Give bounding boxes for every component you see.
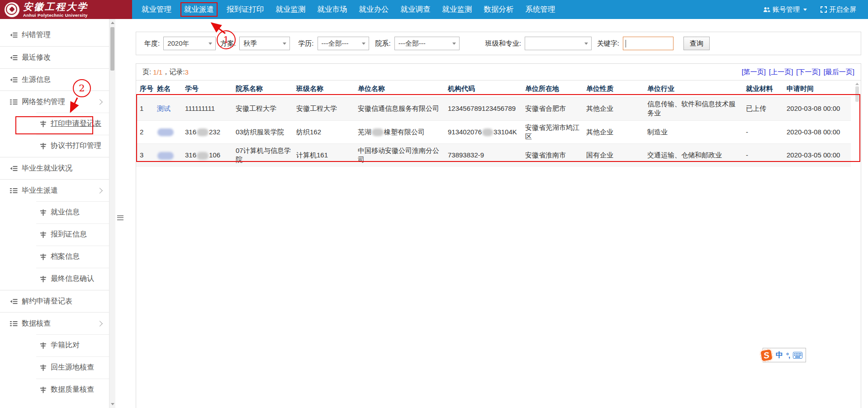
nav-item-4[interactable]: 就业市场: [312, 0, 353, 19]
filter-group-2: 学历:---全部---: [298, 37, 369, 50]
sidebar-item-label: 毕业生就业状况: [22, 164, 72, 173]
list-icon: [10, 55, 18, 61]
pagination-link-3[interactable]: [最后一页]: [824, 68, 854, 76]
sidebar-item-label: 回生源地核查: [51, 363, 94, 372]
student-name-link[interactable]: 测试: [157, 104, 171, 112]
nav-item-5[interactable]: 就业办公: [353, 0, 395, 19]
sidebar-item-label: 报到证信息: [51, 230, 87, 239]
sidebar-item-5[interactable]: 协议书打印管理: [0, 135, 109, 157]
account-menu[interactable]: 账号管理: [763, 5, 807, 14]
table-cell: 安徽工程大学: [293, 97, 354, 121]
nav-item-label: 就业派遣: [180, 2, 218, 17]
pagination-link-0[interactable]: [第一页]: [742, 68, 766, 76]
column-header: 单位所在地: [522, 81, 583, 97]
chevron-down-icon: [209, 43, 212, 45]
table-cell: 安徽省芜湖市鸠江区: [522, 120, 583, 144]
nav-item-2[interactable]: 报到证打印: [221, 0, 270, 19]
university-name-cn: 安徽工程大学: [23, 2, 88, 11]
chevron-right-icon: [97, 188, 103, 194]
table-cell: -: [742, 144, 783, 167]
pagination-links: [第一页][上一页][下一页][最后一页]: [742, 68, 854, 76]
pagination-link-1[interactable]: [上一页]: [769, 68, 793, 76]
sidebar-item-13[interactable]: 数据核查: [0, 312, 109, 334]
fullscreen-button[interactable]: 开启全屏: [821, 5, 856, 14]
chevron-down-icon: [452, 43, 456, 45]
filter-select-4[interactable]: [525, 37, 592, 50]
sidebar-item-12[interactable]: 解约申请登记表: [0, 290, 109, 312]
filter-label: 年度:: [144, 39, 160, 48]
keyboard-icon[interactable]: [793, 352, 802, 359]
filter-select-3[interactable]: ---全部---: [394, 37, 460, 50]
scroll-up-icon[interactable]: [111, 22, 114, 24]
sidebar-item-9[interactable]: 报到证信息: [0, 223, 109, 246]
pagination-link-2[interactable]: [下一页]: [796, 68, 820, 76]
sidebar-item-0[interactable]: 纠错管理: [0, 24, 109, 46]
main-nav: 就业管理就业派遣报到证打印就业监测就业市场就业办公就业调查就业监测数据分析系统管…: [136, 0, 561, 19]
redacted-text: [197, 128, 209, 136]
sidebar-item-4[interactable]: 打印申请登记表: [0, 113, 109, 135]
nav-item-0[interactable]: 就业管理: [136, 0, 177, 19]
sidebar-item-8[interactable]: 就业信息: [0, 201, 109, 223]
sidebar-item-1[interactable]: 最近修改: [0, 46, 109, 68]
sidebar-item-15[interactable]: 回生源地核查: [0, 356, 109, 379]
sidebar-item-14[interactable]: 学籍比对: [0, 334, 109, 356]
table-cell: 2020-03-08 00:00: [783, 120, 851, 144]
table-cell: 国有企业: [583, 144, 644, 167]
sidebar-item-7[interactable]: 毕业生派遣: [0, 179, 109, 201]
sidebar-item-3[interactable]: 网络签约管理: [0, 90, 109, 113]
filter-panel: 年度:2020年方案:秋季学历:---全部---院系:---全部---班级和专业…: [136, 32, 861, 55]
sidebar-item-label: 最近修改: [22, 53, 51, 62]
search-button[interactable]: 查询: [683, 37, 710, 50]
results-panel: 页: 1/1，记录:3 [第一页][上一页][下一页][最后一页] 序号姓名学号…: [136, 63, 861, 408]
scroll-up-icon[interactable]: [855, 83, 859, 85]
chevron-right-icon: [97, 99, 103, 105]
scroll-down-icon[interactable]: [111, 403, 114, 405]
keyword-input[interactable]: [623, 37, 674, 50]
sidebar-item-10[interactable]: 档案信息: [0, 246, 109, 268]
university-name-en: Anhui Polytechnic University: [23, 13, 88, 18]
results-table: 序号姓名学号院系名称班级名称单位名称机构代码单位所在地单位性质单位行业就业材料申…: [136, 81, 851, 167]
sidebar-item-6[interactable]: 毕业生就业状况: [0, 157, 109, 179]
table-scrollbar[interactable]: [854, 82, 860, 114]
nav-item-8[interactable]: 数据分析: [478, 0, 520, 19]
ime-language-toggle[interactable]: 中: [776, 351, 783, 360]
nav-item-label: 就业市场: [318, 5, 347, 14]
table-cell: 制造业: [644, 120, 742, 144]
scrollbar-thumb[interactable]: [110, 27, 114, 71]
nav-item-3[interactable]: 就业监测: [270, 0, 312, 19]
signpost-icon: [40, 254, 47, 260]
sogou-logo-icon[interactable]: S: [759, 348, 773, 362]
select-value: ---全部---: [398, 39, 426, 48]
ime-toolbar[interactable]: S 中 °,: [763, 348, 806, 362]
nav-item-1[interactable]: 就业派遣: [177, 0, 221, 19]
table-cell: 安徽省合肥市: [522, 97, 583, 121]
list-icon: [10, 321, 18, 327]
nav-item-9[interactable]: 系统管理: [520, 0, 561, 19]
filter-group-0: 年度:2020年: [144, 37, 216, 50]
sidebar-item-label: 就业信息: [51, 208, 80, 217]
filter-select-2[interactable]: ---全部---: [318, 37, 369, 50]
sidebar-collapse-handle[interactable]: [117, 213, 123, 223]
filter-select-0[interactable]: 2020年: [163, 37, 216, 50]
table-cell: 计算机161: [293, 144, 354, 167]
scrollbar-thumb[interactable]: [855, 86, 859, 102]
fullscreen-icon: [821, 6, 827, 13]
table-cell: 已上传: [742, 97, 783, 121]
sidebar-item-2[interactable]: 生源信息: [0, 68, 109, 90]
ime-punctuation-toggle[interactable]: °,: [786, 351, 790, 359]
top-bar: 安徽工程大学 Anhui Polytechnic University 就业管理…: [0, 0, 868, 19]
sidebar-item-label: 档案信息: [51, 252, 80, 261]
table-cell: 交通运输、仓储和邮政业: [644, 144, 742, 167]
filter-select-1[interactable]: 秋季: [239, 37, 290, 50]
nav-item-7[interactable]: 就业监测: [436, 0, 478, 19]
nav-item-6[interactable]: 就业调查: [395, 0, 436, 19]
select-value: ---全部---: [322, 39, 349, 48]
table-cell: -: [742, 120, 783, 144]
sidebar-scrollbar[interactable]: [109, 19, 115, 408]
filter-label: 关键字:: [597, 39, 619, 48]
filter-group-1: 方案:秋季: [220, 37, 290, 50]
select-value: 秋季: [243, 39, 257, 48]
sidebar-item-11[interactable]: 最终信息确认: [0, 268, 109, 290]
sidebar-item-16[interactable]: 数据质量核查: [0, 379, 109, 401]
table-cell: 纺织162: [293, 120, 354, 144]
